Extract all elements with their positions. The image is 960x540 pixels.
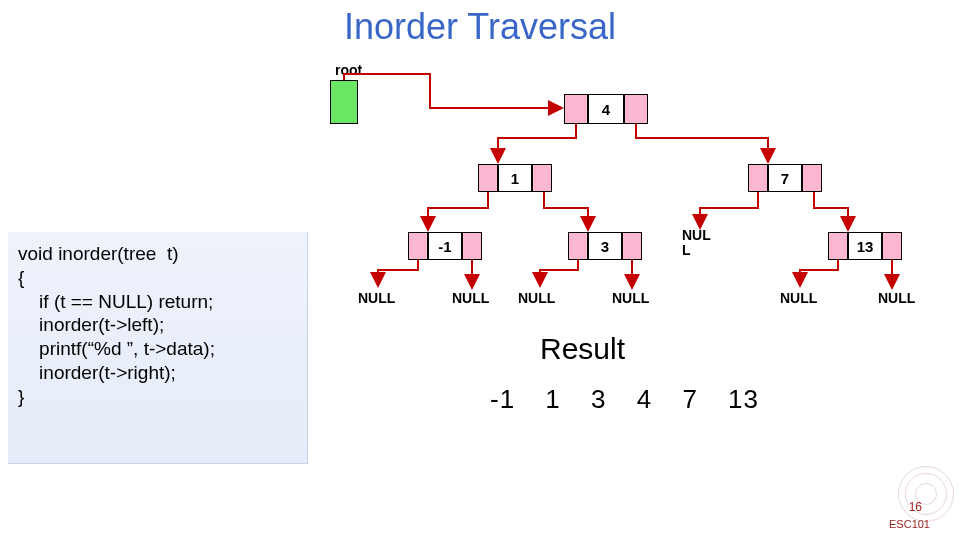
code-line: inorder(t->right); [18,362,176,383]
root-pointer-label: root [335,62,362,78]
tree-node-3: 3 [568,232,642,260]
node-left-ptr [748,164,768,192]
root-pointer-box [330,80,358,124]
code-line: { [18,267,24,288]
node-right-ptr [802,164,822,192]
node-right-ptr [882,232,902,260]
page-title: Inorder Traversal [0,6,960,48]
node-value: 3 [588,232,622,260]
null-label: NULL [518,290,555,306]
node-right-ptr [622,232,642,260]
tree-node-minus-1: -1 [408,232,482,260]
course-code: ESC101 [889,518,930,530]
code-line: } [18,386,24,407]
code-line: printf(“%d ”, t->data); [18,338,215,359]
node-left-ptr [408,232,428,260]
tree-node-4: 4 [564,94,648,124]
null-label: NULL [780,290,817,306]
code-line: inorder(t->left); [18,314,164,335]
code-line: void inorder(tree t) [18,243,179,264]
result-heading: Result [540,332,625,366]
node-right-ptr [462,232,482,260]
node-value: 4 [588,94,624,124]
tree-node-1: 1 [478,164,552,192]
null-label: NULL [612,290,649,306]
page-number: 16 [909,500,922,514]
nul-line1: NUL [682,228,711,243]
node-right-ptr [624,94,648,124]
node-left-ptr [568,232,588,260]
node-left-ptr [478,164,498,192]
code-line: if (t == NULL) return; [18,291,213,312]
node-value: 13 [848,232,882,260]
node-left-ptr [564,94,588,124]
tree-node-7: 7 [748,164,822,192]
null-label: NULL [358,290,395,306]
node-value: 1 [498,164,532,192]
node-value: 7 [768,164,802,192]
null-label: NULL [452,290,489,306]
tree-node-13: 13 [828,232,902,260]
node-right-ptr [532,164,552,192]
nul-line2: L [682,243,711,258]
null-label-broken: NUL L [682,228,711,258]
node-left-ptr [828,232,848,260]
institution-seal-icon [898,466,954,522]
result-sequence: -1 1 3 4 7 13 [490,384,759,415]
node-value: -1 [428,232,462,260]
code-snippet: void inorder(tree t) { if (t == NULL) re… [8,232,308,464]
null-label: NULL [878,290,915,306]
